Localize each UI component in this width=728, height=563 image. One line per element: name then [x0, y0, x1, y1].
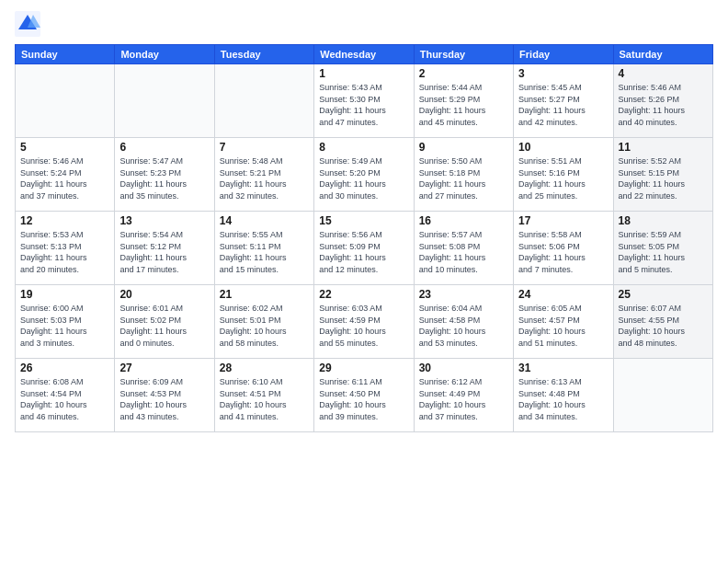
weekday-header-saturday: Saturday: [613, 45, 712, 64]
day-info: Sunrise: 6:01 AM Sunset: 5:02 PM Dayligh…: [119, 303, 209, 349]
day-info: Sunrise: 6:05 AM Sunset: 4:57 PM Dayligh…: [518, 303, 608, 349]
calendar-cell: 10Sunrise: 5:51 AM Sunset: 5:16 PM Dayli…: [514, 138, 613, 212]
calendar-cell: [613, 359, 712, 432]
day-info: Sunrise: 6:13 AM Sunset: 4:48 PM Dayligh…: [518, 376, 608, 422]
day-number: 9: [419, 141, 508, 154]
weekday-header-friday: Friday: [514, 45, 613, 64]
week-row-4: 19Sunrise: 6:00 AM Sunset: 5:03 PM Dayli…: [16, 285, 713, 359]
day-info: Sunrise: 5:46 AM Sunset: 5:24 PM Dayligh…: [20, 155, 109, 201]
calendar-cell: 23Sunrise: 6:04 AM Sunset: 4:58 PM Dayli…: [414, 285, 513, 359]
day-number: 20: [119, 288, 209, 301]
day-number: 8: [319, 141, 408, 154]
calendar-cell: 30Sunrise: 6:12 AM Sunset: 4:49 PM Dayli…: [414, 359, 513, 432]
day-number: 11: [619, 141, 708, 154]
day-info: Sunrise: 5:53 AM Sunset: 5:13 PM Dayligh…: [20, 229, 109, 275]
calendar-cell: 20Sunrise: 6:01 AM Sunset: 5:02 PM Dayli…: [115, 285, 214, 359]
day-number: 26: [20, 362, 109, 374]
week-row-5: 26Sunrise: 6:08 AM Sunset: 4:54 PM Dayli…: [16, 359, 713, 432]
calendar-cell: 2Sunrise: 5:44 AM Sunset: 5:29 PM Daylig…: [414, 64, 513, 138]
day-info: Sunrise: 6:12 AM Sunset: 4:49 PM Dayligh…: [419, 376, 508, 422]
calendar-cell: 5Sunrise: 5:46 AM Sunset: 5:24 PM Daylig…: [16, 138, 115, 212]
day-number: 27: [119, 362, 209, 374]
day-number: 19: [20, 288, 109, 301]
calendar-cell: 7Sunrise: 5:48 AM Sunset: 5:21 PM Daylig…: [214, 138, 313, 212]
calendar-cell: 26Sunrise: 6:08 AM Sunset: 4:54 PM Dayli…: [16, 359, 115, 432]
calendar-cell: 17Sunrise: 5:58 AM Sunset: 5:06 PM Dayli…: [514, 212, 613, 285]
calendar-cell: 31Sunrise: 6:13 AM Sunset: 4:48 PM Dayli…: [514, 359, 613, 432]
day-info: Sunrise: 6:02 AM Sunset: 5:01 PM Dayligh…: [220, 303, 309, 349]
day-number: 29: [319, 362, 408, 374]
day-number: 28: [220, 362, 309, 374]
day-info: Sunrise: 5:46 AM Sunset: 5:26 PM Dayligh…: [619, 82, 708, 128]
week-row-3: 12Sunrise: 5:53 AM Sunset: 5:13 PM Dayli…: [16, 212, 713, 285]
day-info: Sunrise: 5:55 AM Sunset: 5:11 PM Dayligh…: [220, 229, 309, 275]
day-number: 22: [319, 288, 408, 301]
day-info: Sunrise: 6:03 AM Sunset: 4:59 PM Dayligh…: [319, 303, 408, 349]
calendar-cell: 1Sunrise: 5:43 AM Sunset: 5:30 PM Daylig…: [314, 64, 414, 138]
calendar-cell: 3Sunrise: 5:45 AM Sunset: 5:27 PM Daylig…: [514, 64, 613, 138]
weekday-header-wednesday: Wednesday: [314, 45, 414, 64]
day-info: Sunrise: 5:47 AM Sunset: 5:23 PM Dayligh…: [119, 155, 209, 201]
day-number: 25: [619, 288, 708, 301]
week-row-2: 5Sunrise: 5:46 AM Sunset: 5:24 PM Daylig…: [16, 138, 713, 212]
calendar-cell: [16, 64, 115, 138]
calendar-cell: 16Sunrise: 5:57 AM Sunset: 5:08 PM Dayli…: [414, 212, 513, 285]
logo: [15, 11, 44, 37]
day-number: 23: [419, 288, 508, 301]
day-number: 6: [119, 141, 209, 154]
calendar-cell: 27Sunrise: 6:09 AM Sunset: 4:53 PM Dayli…: [115, 359, 214, 432]
weekday-header-tuesday: Tuesday: [214, 45, 313, 64]
day-number: 16: [419, 214, 508, 227]
day-info: Sunrise: 6:11 AM Sunset: 4:50 PM Dayligh…: [319, 376, 408, 422]
calendar-cell: 19Sunrise: 6:00 AM Sunset: 5:03 PM Dayli…: [16, 285, 115, 359]
day-info: Sunrise: 5:56 AM Sunset: 5:09 PM Dayligh…: [319, 229, 408, 275]
header: [15, 11, 713, 37]
day-number: 13: [119, 214, 209, 227]
calendar-cell: 9Sunrise: 5:50 AM Sunset: 5:18 PM Daylig…: [414, 138, 513, 212]
day-number: 15: [319, 214, 408, 227]
day-number: 1: [319, 67, 408, 80]
calendar-cell: 18Sunrise: 5:59 AM Sunset: 5:05 PM Dayli…: [613, 212, 712, 285]
calendar-cell: 25Sunrise: 6:07 AM Sunset: 4:55 PM Dayli…: [613, 285, 712, 359]
week-row-1: 1Sunrise: 5:43 AM Sunset: 5:30 PM Daylig…: [16, 64, 713, 138]
day-info: Sunrise: 5:52 AM Sunset: 5:15 PM Dayligh…: [619, 155, 708, 201]
day-info: Sunrise: 5:50 AM Sunset: 5:18 PM Dayligh…: [419, 155, 508, 201]
calendar-cell: 13Sunrise: 5:54 AM Sunset: 5:12 PM Dayli…: [115, 212, 214, 285]
day-info: Sunrise: 5:57 AM Sunset: 5:08 PM Dayligh…: [419, 229, 508, 275]
day-number: 21: [220, 288, 309, 301]
day-number: 24: [518, 288, 608, 301]
day-info: Sunrise: 6:10 AM Sunset: 4:51 PM Dayligh…: [220, 376, 309, 422]
day-info: Sunrise: 5:44 AM Sunset: 5:29 PM Dayligh…: [419, 82, 508, 128]
weekday-header-row: SundayMondayTuesdayWednesdayThursdayFrid…: [16, 45, 713, 64]
calendar-cell: 29Sunrise: 6:11 AM Sunset: 4:50 PM Dayli…: [314, 359, 414, 432]
day-number: 12: [20, 214, 109, 227]
day-info: Sunrise: 5:43 AM Sunset: 5:30 PM Dayligh…: [319, 82, 408, 128]
day-info: Sunrise: 6:07 AM Sunset: 4:55 PM Dayligh…: [619, 303, 708, 349]
day-number: 30: [419, 362, 508, 374]
day-info: Sunrise: 6:00 AM Sunset: 5:03 PM Dayligh…: [20, 303, 109, 349]
day-number: 3: [518, 67, 608, 80]
calendar-table: SundayMondayTuesdayWednesdayThursdayFrid…: [15, 44, 713, 432]
weekday-header-monday: Monday: [115, 45, 214, 64]
calendar-cell: 28Sunrise: 6:10 AM Sunset: 4:51 PM Dayli…: [214, 359, 313, 432]
weekday-header-thursday: Thursday: [414, 45, 513, 64]
day-info: Sunrise: 6:04 AM Sunset: 4:58 PM Dayligh…: [419, 303, 508, 349]
day-number: 14: [220, 214, 309, 227]
day-info: Sunrise: 6:09 AM Sunset: 4:53 PM Dayligh…: [119, 376, 209, 422]
weekday-header-sunday: Sunday: [16, 45, 115, 64]
calendar-cell: 11Sunrise: 5:52 AM Sunset: 5:15 PM Dayli…: [613, 138, 712, 212]
calendar-cell: 22Sunrise: 6:03 AM Sunset: 4:59 PM Dayli…: [314, 285, 414, 359]
calendar-cell: 21Sunrise: 6:02 AM Sunset: 5:01 PM Dayli…: [214, 285, 313, 359]
day-number: 4: [619, 67, 708, 80]
calendar-cell: 8Sunrise: 5:49 AM Sunset: 5:20 PM Daylig…: [314, 138, 414, 212]
calendar-cell: [214, 64, 313, 138]
day-info: Sunrise: 5:58 AM Sunset: 5:06 PM Dayligh…: [518, 229, 608, 275]
day-number: 31: [518, 362, 608, 374]
day-info: Sunrise: 5:59 AM Sunset: 5:05 PM Dayligh…: [619, 229, 708, 275]
calendar-cell: 14Sunrise: 5:55 AM Sunset: 5:11 PM Dayli…: [214, 212, 313, 285]
calendar-cell: [115, 64, 214, 138]
day-info: Sunrise: 5:48 AM Sunset: 5:21 PM Dayligh…: [220, 155, 309, 201]
calendar-page: SundayMondayTuesdayWednesdayThursdayFrid…: [0, 0, 728, 563]
day-info: Sunrise: 5:49 AM Sunset: 5:20 PM Dayligh…: [319, 155, 408, 201]
day-info: Sunrise: 5:54 AM Sunset: 5:12 PM Dayligh…: [119, 229, 209, 275]
